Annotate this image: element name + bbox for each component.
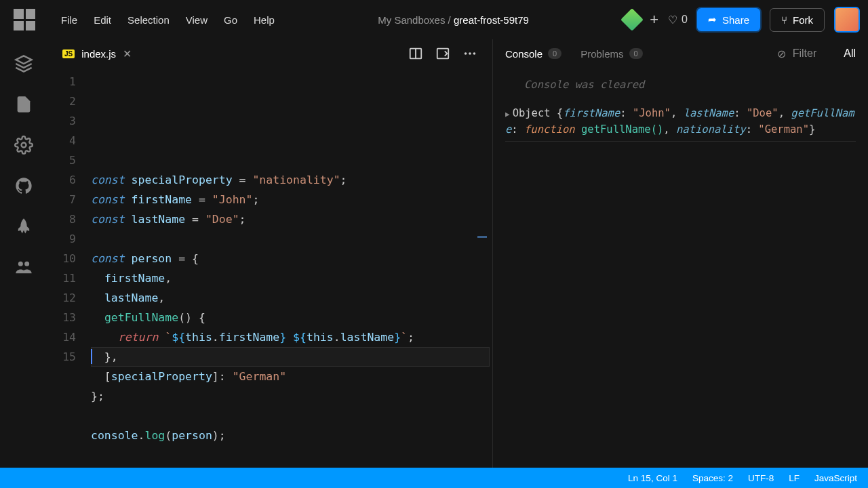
code-content[interactable]: const specialProperty = "nationality";co… bbox=[91, 72, 492, 468]
close-icon[interactable]: ✕ bbox=[123, 47, 132, 60]
activity-bar bbox=[0, 39, 47, 468]
likes-counter[interactable]: ♡ 0 bbox=[668, 14, 688, 26]
editor-tabs: JS index.js ✕ bbox=[47, 39, 492, 68]
svg-point-2 bbox=[24, 262, 29, 266]
svg-point-8 bbox=[473, 52, 476, 55]
preview-icon[interactable] bbox=[435, 46, 450, 61]
code-line: getFullName() { bbox=[91, 308, 492, 327]
avatar[interactable] bbox=[834, 7, 860, 33]
statusbar: Ln 15, Col 1 Spaces: 2 UTF-8 LF JavaScri… bbox=[0, 468, 868, 488]
menu-view[interactable]: View bbox=[178, 10, 216, 30]
svg-point-6 bbox=[465, 52, 467, 55]
users-icon[interactable] bbox=[14, 258, 33, 277]
header-actions: + ♡ 0 ➦ Share ⑂ Fork bbox=[624, 7, 860, 33]
code-line bbox=[91, 445, 492, 465]
tab-filename: index.js bbox=[81, 48, 116, 60]
fork-label: Fork bbox=[793, 14, 813, 26]
menu-help[interactable]: Help bbox=[245, 10, 283, 30]
likes-count: 0 bbox=[682, 14, 688, 26]
minimap-marker bbox=[477, 236, 487, 238]
code-line: const lastName = "Doe"; bbox=[91, 209, 492, 229]
github-icon[interactable] bbox=[14, 176, 33, 195]
code-line: console.log(person); bbox=[91, 426, 492, 445]
active-line-highlight bbox=[91, 347, 490, 367]
tab-console[interactable]: Console 0 bbox=[505, 48, 561, 60]
fork-icon: ⑂ bbox=[781, 14, 787, 26]
eol[interactable]: LF bbox=[789, 473, 800, 483]
main-area: JS index.js ✕ 123456789101112131415 cons… bbox=[0, 39, 868, 468]
fork-button[interactable]: ⑂ Fork bbox=[770, 8, 825, 32]
code-line bbox=[91, 406, 492, 426]
gem-icon[interactable] bbox=[620, 8, 644, 31]
encoding[interactable]: UTF-8 bbox=[748, 473, 774, 483]
share-label: Share bbox=[722, 14, 749, 26]
gear-icon[interactable] bbox=[14, 136, 33, 155]
line-gutter: 123456789101112131415 bbox=[47, 72, 91, 468]
menu-go[interactable]: Go bbox=[216, 10, 245, 30]
filter-control[interactable]: ⊘ Filter All bbox=[777, 47, 856, 60]
svg-point-1 bbox=[18, 262, 23, 266]
panel-tabs: Console 0 Problems 0 ⊘ Filter All bbox=[493, 39, 868, 68]
code-line: const firstName = "John"; bbox=[91, 190, 492, 209]
rocket-icon[interactable] bbox=[14, 217, 33, 236]
menu-selection[interactable]: Selection bbox=[119, 10, 178, 30]
console-cleared-message: Console was cleared bbox=[505, 75, 856, 102]
cursor-position[interactable]: Ln 15, Col 1 bbox=[628, 473, 677, 483]
language-mode[interactable]: JavaScript bbox=[814, 473, 857, 483]
svg-point-7 bbox=[469, 52, 471, 55]
breadcrumb[interactable]: My Sandboxes / great-frost-59t79 bbox=[287, 14, 620, 26]
menu-file[interactable]: File bbox=[53, 10, 85, 30]
code-line: firstName, bbox=[91, 268, 492, 288]
text-cursor bbox=[91, 349, 92, 364]
panel-area: Console 0 Problems 0 ⊘ Filter All Consol… bbox=[492, 39, 868, 468]
breadcrumb-current: great-frost-59t79 bbox=[454, 14, 529, 26]
share-icon: ➦ bbox=[708, 14, 717, 26]
editor-actions bbox=[408, 46, 487, 61]
problems-label: Problems bbox=[580, 48, 623, 60]
code-line bbox=[91, 229, 492, 249]
svg-point-0 bbox=[22, 143, 26, 148]
breadcrumb-parent: My Sandboxes / bbox=[378, 14, 454, 26]
file-icon[interactable] bbox=[14, 95, 33, 114]
code-line: const person = { bbox=[91, 249, 492, 268]
filter-all-button[interactable]: All bbox=[844, 47, 856, 60]
code-line: lastName, bbox=[91, 288, 492, 308]
console-count: 0 bbox=[548, 48, 561, 59]
js-badge-icon: JS bbox=[62, 49, 75, 58]
more-icon[interactable] bbox=[462, 46, 477, 61]
app-logo[interactable] bbox=[14, 9, 35, 30]
cube-icon[interactable] bbox=[14, 54, 33, 73]
indent-setting[interactable]: Spaces: 2 bbox=[692, 473, 733, 483]
code-line: [specialProperty]: "German" bbox=[91, 367, 492, 386]
console-label: Console bbox=[505, 48, 542, 60]
code-line: return `${this.firstName} ${this.lastNam… bbox=[91, 327, 492, 347]
menu-edit[interactable]: Edit bbox=[85, 10, 119, 30]
heart-icon: ♡ bbox=[668, 14, 677, 26]
filter-label: Filter bbox=[793, 47, 817, 60]
console-entry[interactable]: ▶Object {firstName: "John", lastName: "D… bbox=[505, 102, 856, 142]
plus-icon[interactable]: + bbox=[650, 11, 658, 28]
console-output[interactable]: Console was cleared ▶Object {firstName: … bbox=[493, 68, 868, 468]
tab-problems[interactable]: Problems 0 bbox=[580, 48, 642, 60]
menubar: FileEditSelectionViewGoHelp My Sandboxes… bbox=[0, 0, 868, 39]
split-icon[interactable] bbox=[408, 46, 423, 61]
tab-indexjs[interactable]: JS index.js ✕ bbox=[53, 42, 141, 66]
code-line: }; bbox=[91, 386, 492, 406]
menu-items: FileEditSelectionViewGoHelp bbox=[53, 10, 283, 30]
share-button[interactable]: ➦ Share bbox=[697, 8, 760, 31]
problems-count: 0 bbox=[629, 48, 643, 59]
code-line: const specialProperty = "nationality"; bbox=[91, 170, 492, 190]
editor-area: JS index.js ✕ 123456789101112131415 cons… bbox=[47, 39, 492, 468]
clear-icon[interactable]: ⊘ bbox=[777, 47, 786, 60]
expand-caret-icon[interactable]: ▶ bbox=[505, 110, 510, 119]
code-editor[interactable]: 123456789101112131415 const specialPrope… bbox=[47, 68, 492, 468]
